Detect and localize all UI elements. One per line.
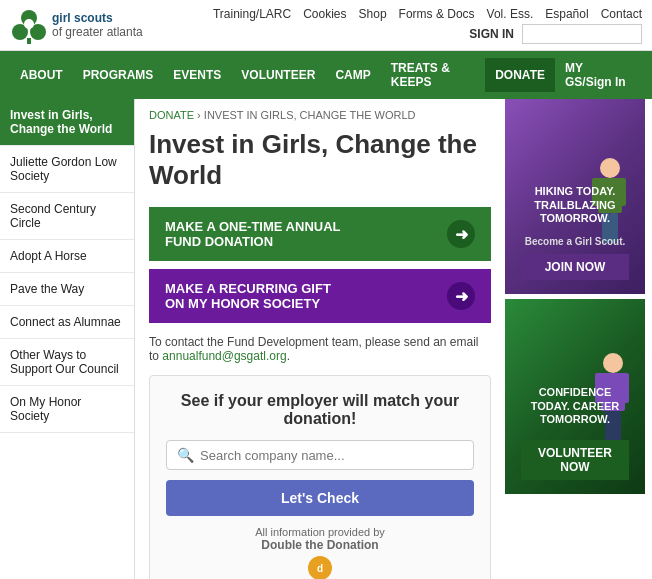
contact-email-link[interactable]: annualfund@gsgatl.org: [162, 349, 286, 363]
honor-society-button[interactable]: MAKE A RECURRING GIFT ON MY HONOR SOCIET…: [149, 269, 491, 323]
company-search-input[interactable]: [200, 448, 463, 463]
join-now-button[interactable]: JOIN NOW: [521, 254, 629, 280]
banner-text-2: CONFIDENCE TODAY. CAREER TOMORROW.: [515, 380, 635, 432]
double-donation-name: Double the Donation: [166, 538, 474, 552]
left-sidebar: Invest in Girls, Change the World Juliet…: [0, 99, 135, 579]
svg-point-5: [600, 158, 620, 178]
banner-cta-2: VOLUNTEER NOW: [515, 432, 635, 484]
nav-donate[interactable]: DONATE: [485, 58, 555, 92]
employer-match-title: See if your employer will match your don…: [166, 392, 474, 428]
ad-banner-volunteer: CONFIDENCE TODAY. CAREER TOMORROW. VOLUN…: [505, 299, 645, 494]
svg-point-11: [603, 353, 623, 373]
double-donation-info: All information provided by Double the D…: [166, 526, 474, 579]
nav-mygs[interactable]: MY GS/Sign In: [555, 51, 642, 99]
search-icon: 🔍: [177, 447, 194, 463]
top-bar: girl scouts of greater atlanta Training/…: [0, 0, 652, 51]
banner-cta-1: Become a Girl Scout. JOIN NOW: [515, 231, 635, 284]
search-input[interactable]: [522, 24, 642, 44]
sidebar-item-juliette[interactable]: Juliette Gordon Low Society: [0, 146, 134, 193]
annual-fund-label: MAKE A ONE-TIME ANNUAL FUND DONATION: [165, 219, 341, 249]
logo-area: girl scouts of greater atlanta: [10, 4, 143, 46]
double-donation-logo: d: [308, 556, 332, 579]
nav-shop[interactable]: Shop: [359, 7, 387, 21]
page-title: Invest in Girls, Change the World: [149, 129, 491, 191]
logo-icon: [10, 4, 48, 46]
nav-training[interactable]: Training/LARC: [213, 7, 291, 21]
sidebar-item-adopt[interactable]: Adopt A Horse: [0, 240, 134, 273]
sidebar-item-pave[interactable]: Pave the Way: [0, 273, 134, 306]
breadcrumb: DONATE › INVEST IN GIRLS, CHANGE THE WOR…: [149, 109, 491, 121]
sidebar-item-honor[interactable]: On My Honor Society: [0, 386, 134, 433]
ad-banner-hiking: HIKING TODAY. TRAILBLAZING TOMORROW. Bec…: [505, 99, 645, 294]
nav-about[interactable]: ABOUT: [10, 58, 73, 92]
main-content: DONATE › INVEST IN GIRLS, CHANGE THE WOR…: [135, 99, 505, 579]
sidebar-item-other-ways[interactable]: Other Ways to Support Our Council: [0, 339, 134, 386]
right-sidebar: HIKING TODAY. TRAILBLAZING TOMORROW. Bec…: [505, 99, 645, 579]
nav-espanol[interactable]: Español: [545, 7, 588, 21]
nav-forms[interactable]: Forms & Docs: [399, 7, 475, 21]
annual-fund-button[interactable]: MAKE A ONE-TIME ANNUAL FUND DONATION ➜: [149, 207, 491, 261]
sidebar-item-second-century[interactable]: Second Century Circle: [0, 193, 134, 240]
contact-text: To contact the Fund Development team, pl…: [149, 335, 491, 363]
nav-contact[interactable]: Contact: [601, 7, 642, 21]
sign-in-link[interactable]: SIGN IN: [469, 27, 514, 41]
breadcrumb-current: INVEST IN GIRLS, CHANGE THE WORLD: [204, 109, 416, 121]
sidebar-item-connect[interactable]: Connect as Alumnae: [0, 306, 134, 339]
nav-cookies[interactable]: Cookies: [303, 7, 346, 21]
breadcrumb-separator: ›: [197, 109, 204, 121]
banner-text-1: HIKING TODAY. TRAILBLAZING TOMORROW.: [515, 179, 635, 231]
nav-vol[interactable]: Vol. Ess.: [487, 7, 534, 21]
nav-programs[interactable]: PROGRAMS: [73, 58, 164, 92]
nav-camp[interactable]: CAMP: [325, 58, 380, 92]
main-navigation: ABOUT PROGRAMS EVENTS VOLUNTEER CAMP TRE…: [0, 51, 652, 99]
content-wrapper: Invest in Girls, Change the World Juliet…: [0, 99, 652, 579]
breadcrumb-donate-link[interactable]: DONATE: [149, 109, 194, 121]
svg-point-3: [24, 19, 34, 29]
nav-volunteer[interactable]: VOLUNTEER: [231, 58, 325, 92]
annual-fund-arrow: ➜: [447, 220, 475, 248]
top-nav: Training/LARC Cookies Shop Forms & Docs …: [213, 7, 642, 21]
nav-treats[interactable]: TREATS & KEEPS: [381, 51, 485, 99]
nav-events[interactable]: EVENTS: [163, 58, 231, 92]
logo-line2: of greater atlanta: [52, 25, 143, 39]
logo-line1: girl scouts: [52, 11, 143, 25]
honor-society-label: MAKE A RECURRING GIFT ON MY HONOR SOCIET…: [165, 281, 331, 311]
search-company-container: 🔍: [166, 440, 474, 470]
lets-check-button[interactable]: Let's Check: [166, 480, 474, 516]
svg-rect-4: [27, 38, 31, 44]
employer-match-box: See if your employer will match your don…: [149, 375, 491, 579]
volunteer-now-button[interactable]: VOLUNTEER NOW: [521, 440, 629, 480]
sidebar-item-invest[interactable]: Invest in Girls, Change the World: [0, 99, 134, 146]
honor-arrow: ➜: [447, 282, 475, 310]
